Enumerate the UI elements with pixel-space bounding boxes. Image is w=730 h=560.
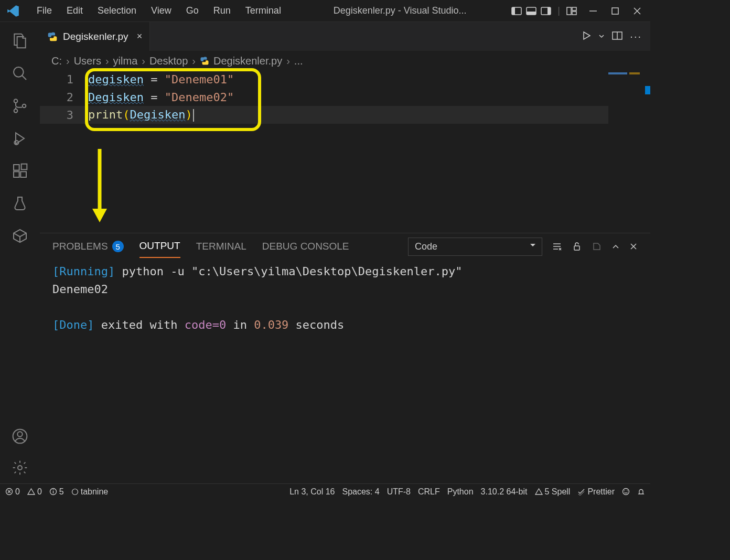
status-errors[interactable]: 0 <box>5 487 20 497</box>
problems-count-badge: 5 <box>112 241 124 252</box>
svg-rect-3 <box>527 12 536 15</box>
tab-degiskenler[interactable]: Degiskenler.py × <box>40 22 150 51</box>
menu-edit[interactable]: Edit <box>59 5 90 16</box>
vscode-logo-icon <box>6 4 20 18</box>
menu-go[interactable]: Go <box>179 5 206 16</box>
run-dropdown-icon[interactable] <box>598 32 605 41</box>
breadcrumb-item[interactable]: Degiskenler.py <box>213 55 282 67</box>
output-line: python -u "c:\Users\yilma\Desktop\Degisk… <box>115 265 462 278</box>
code-token: = <box>144 73 165 86</box>
status-encoding[interactable]: UTF-8 <box>387 487 411 497</box>
account-icon[interactable] <box>12 428 28 445</box>
status-python-interpreter[interactable]: 3.10.2 64-bit <box>481 487 528 497</box>
panel-tab-problems[interactable]: PROBLEMS5 <box>52 235 124 258</box>
panel-tab-debug-console[interactable]: DEBUG CONSOLE <box>262 235 349 257</box>
output-content[interactable]: [Running] python -u "c:\Users\yilma\Desk… <box>40 260 650 337</box>
status-info[interactable]: 5 <box>49 487 64 497</box>
testing-icon[interactable] <box>12 195 28 212</box>
svg-point-13 <box>14 67 24 77</box>
toggle-primary-sidebar-icon[interactable] <box>511 6 522 16</box>
misc-extension-icon[interactable] <box>12 228 28 244</box>
breadcrumb-item[interactable]: yilma <box>113 55 138 67</box>
code-token: "Deneme01" <box>165 73 234 86</box>
output-line: 0.039 <box>254 318 288 331</box>
open-log-file-icon[interactable] <box>592 241 602 252</box>
status-cursor-position[interactable]: Ln 3, Col 16 <box>289 487 335 497</box>
svg-rect-23 <box>22 164 27 170</box>
menu-selection[interactable]: Selection <box>90 5 144 16</box>
customize-layout-icon[interactable] <box>566 6 577 16</box>
panel-maximize-icon[interactable] <box>611 242 620 251</box>
output-line: [Running] <box>52 265 115 278</box>
svg-rect-20 <box>14 165 19 170</box>
status-feedback-icon[interactable] <box>622 488 630 496</box>
breadcrumb-item[interactable]: Users <box>74 55 101 67</box>
menu-view[interactable]: View <box>144 5 179 16</box>
menu-terminal[interactable]: Terminal <box>238 5 288 16</box>
python-file-icon <box>47 31 58 42</box>
extensions-icon[interactable] <box>12 163 28 179</box>
activity-bar <box>0 22 40 483</box>
status-language[interactable]: Python <box>447 487 474 497</box>
window-close-icon[interactable] <box>634 7 641 15</box>
svg-point-17 <box>23 104 26 108</box>
bottom-panel: PROBLEMS5 OUTPUT TERMINAL DEBUG CONSOLE … <box>40 233 650 483</box>
toggle-secondary-sidebar-icon[interactable] <box>541 6 551 16</box>
status-spell[interactable]: 5 Spell <box>535 487 571 497</box>
svg-point-44 <box>72 489 78 494</box>
menu-run[interactable]: Run <box>206 5 238 16</box>
clear-output-icon[interactable] <box>552 241 562 252</box>
svg-rect-5 <box>548 7 551 15</box>
explorer-icon[interactable] <box>12 33 28 49</box>
output-line: seconds <box>288 318 344 331</box>
split-editor-icon[interactable] <box>612 30 622 43</box>
panel-tab-terminal[interactable]: TERMINAL <box>196 235 246 257</box>
svg-rect-10 <box>612 8 618 14</box>
code-token: ) <box>185 108 192 121</box>
svg-point-16 <box>14 109 18 113</box>
svg-point-43 <box>53 489 54 490</box>
output-channel-select[interactable]: Code <box>408 238 542 256</box>
run-debug-icon[interactable] <box>12 130 28 147</box>
window-minimize-icon[interactable] <box>589 7 597 15</box>
status-eol[interactable]: CRLF <box>418 487 440 497</box>
run-file-icon[interactable] <box>582 31 591 42</box>
tab-close-icon[interactable]: × <box>137 31 143 42</box>
toggle-panel-icon[interactable] <box>526 6 536 16</box>
minimap[interactable] <box>608 70 650 233</box>
panel-tab-output[interactable]: OUTPUT <box>139 235 180 258</box>
source-control-icon[interactable] <box>12 98 28 114</box>
svg-rect-7 <box>572 7 576 10</box>
more-actions-icon[interactable]: ··· <box>630 30 642 42</box>
window-maximize-icon[interactable] <box>611 7 619 15</box>
svg-line-14 <box>22 76 26 80</box>
breadcrumb-item[interactable]: C: <box>51 55 62 67</box>
panel-close-icon[interactable] <box>629 242 638 251</box>
status-tabnine[interactable]: tabnine <box>71 487 109 497</box>
code-token: = <box>144 91 165 104</box>
svg-point-26 <box>18 466 22 470</box>
status-warnings[interactable]: 0 <box>27 487 42 497</box>
svg-rect-22 <box>20 171 26 177</box>
output-line: Deneme02 <box>52 281 638 298</box>
svg-rect-6 <box>567 7 571 15</box>
menu-file[interactable]: File <box>29 5 59 16</box>
breadcrumb[interactable]: C:› Users› yilma› Desktop› Degiskenler.p… <box>40 51 650 70</box>
svg-point-47 <box>627 490 628 491</box>
settings-gear-icon[interactable] <box>12 459 28 476</box>
status-notifications-icon[interactable] <box>637 488 645 496</box>
python-file-icon <box>200 56 209 66</box>
search-icon[interactable] <box>12 65 28 82</box>
svg-rect-35 <box>574 246 579 250</box>
line-number: 2 <box>40 91 88 104</box>
breadcrumb-item[interactable]: Desktop <box>149 55 188 67</box>
svg-rect-1 <box>512 7 515 15</box>
line-number: 3 <box>40 109 88 122</box>
status-prettier[interactable]: Prettier <box>577 487 615 497</box>
scroll-lock-icon[interactable] <box>572 241 582 252</box>
status-indentation[interactable]: Spaces: 4 <box>342 487 379 497</box>
breadcrumb-item[interactable]: ... <box>294 55 303 67</box>
code-editor[interactable]: 1 degisken = "Deneme01" 2 Degisken = "De… <box>40 70 650 233</box>
svg-point-15 <box>14 99 18 103</box>
output-line: in <box>226 318 254 331</box>
